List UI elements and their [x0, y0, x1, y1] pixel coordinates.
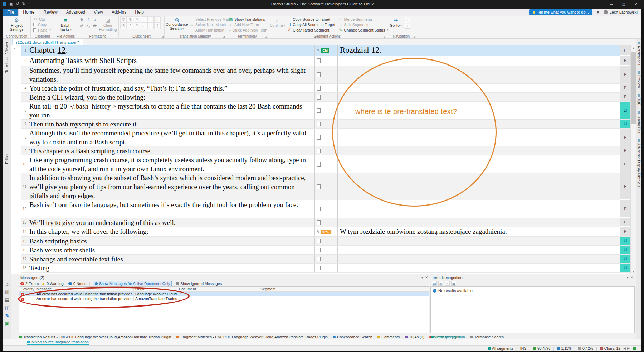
dialog-launcher-icon[interactable]: ◢	[384, 35, 385, 38]
quickinsert-symbol-button[interactable]: –	[147, 16, 154, 23]
segment-row[interactable]: 7Then run bash myscript.sh to execute it…	[21, 120, 630, 129]
format-bold-button[interactable]: b	[79, 16, 85, 22]
segment-target[interactable]: Rozdział 12.	[338, 45, 620, 56]
segment-target[interactable]	[338, 200, 620, 218]
segment-source[interactable]: You reach the point of frustration, and …	[28, 84, 315, 92]
add-new-term-button[interactable]: +Add New Term	[228, 22, 267, 27]
segment-source[interactable]: Bash versus other shells	[28, 246, 315, 254]
reports-icon[interactable]: ◫	[5, 305, 9, 311]
collapse-chevron-icon[interactable]: ›	[14, 46, 15, 50]
segment-row[interactable]: 3Sometimes, you’ll find yourself repeati…	[21, 66, 630, 84]
segment-status-cell[interactable]: ✎92%	[315, 227, 338, 236]
previous-segment-button[interactable]: ↑	[405, 18, 410, 23]
segment-target[interactable]	[338, 237, 620, 245]
project-settings-button[interactable]: ⚙ Project Settings	[6, 16, 28, 33]
column-document[interactable]: Document	[177, 287, 259, 291]
format-italic-button[interactable]: i	[85, 16, 91, 22]
quickinsert-symbol-button[interactable]: £	[127, 23, 133, 29]
segment-source[interactable]: Being a CLI wizard, you do the following…	[28, 93, 315, 101]
format-superscript-button[interactable]: x²	[79, 23, 85, 28]
quickinsert-symbol-button[interactable]: ¥	[134, 23, 140, 29]
segment-status-cell[interactable]	[315, 56, 338, 66]
right-rail-tqe[interactable]: TQE	[637, 94, 641, 106]
segment-status-cell[interactable]	[315, 218, 338, 227]
bottom-tab-comments[interactable]: Comments	[377, 335, 400, 339]
quickinsert-symbol-button[interactable]: §	[154, 16, 161, 23]
bottom-tab-concordance-search[interactable]: Concordance Search	[333, 335, 372, 339]
dialog-launcher-icon[interactable]: ◢	[265, 35, 267, 38]
previous-page-icon[interactable]: ◀	[623, 347, 626, 350]
segment-row[interactable]: 8Although this isn’t the recommended pro…	[21, 129, 630, 146]
term-list-icon[interactable]: ▥	[438, 281, 443, 286]
segment-source[interactable]: Although this isn’t the recommended proc…	[28, 129, 315, 146]
bottom-tab-term-recognition[interactable]: Term Recognition	[431, 335, 465, 339]
segment-status-cell[interactable]: ✎CM	[315, 45, 338, 56]
termbase-viewer-flyout[interactable]: Termbase Viewer	[5, 42, 9, 73]
dialog-launcher-icon[interactable]: ◢	[162, 35, 164, 38]
quickinsert-symbol-button[interactable]: ®	[127, 16, 133, 23]
segment-row[interactable]: 16Bash versus other shellsLI	[21, 246, 630, 255]
segment-source[interactable]: Like any programming crash course, it is…	[28, 155, 315, 173]
segment-row[interactable]: 17Shebangs and executable text filesLI	[21, 255, 630, 264]
bottom-tab-translation-results-engpol-language-weav[interactable]: Translation Results - ENGPOL.Language We…	[19, 335, 171, 339]
segment-row[interactable]: 11In addition to showing you the subset …	[21, 173, 630, 200]
close-icon[interactable]: ✕	[630, 276, 633, 279]
copy-button[interactable]: Copy	[32, 22, 53, 27]
files-icon[interactable]: ▤	[5, 297, 9, 303]
segment-row[interactable]: 18TestingLI	[21, 264, 630, 273]
maximize-button[interactable]: □	[618, 0, 630, 9]
split-segments-button[interactable]: ∩Split Segments	[337, 22, 390, 27]
clear-target-segment-button[interactable]: ✗Clear Target Segment	[286, 27, 336, 33]
right-rail-advanced-display-filter-2-0[interactable]: Advanced Display Filter 2.0	[637, 139, 641, 187]
segment-source[interactable]: Bash isn’t our favorite language, but so…	[28, 200, 315, 218]
segment-target[interactable]	[338, 255, 620, 263]
segment-status-cell[interactable]	[315, 264, 338, 272]
segment-source[interactable]: Then run bash myscript.sh to execute it.	[28, 120, 315, 128]
segment-status-cell[interactable]	[315, 155, 338, 173]
format-underline-button[interactable]: u	[92, 16, 98, 22]
right-rail-notifications[interactable]: Notifications	[637, 42, 641, 65]
bottom-tab-tqas-0-[interactable]: TQAs (0)	[405, 335, 424, 339]
tab-view[interactable]: View	[89, 9, 107, 16]
quickinsert-symbol-button[interactable]: …	[141, 23, 147, 29]
pin-icon[interactable]: ▾	[421, 276, 423, 279]
show-active-document-only-toggle[interactable]: Show Messages for Active Document Only	[93, 281, 172, 286]
editor-pencil-icon[interactable]: ✎	[5, 313, 9, 319]
show-translations-button[interactable]: ▦Show Translations	[228, 16, 267, 22]
go-to-button[interactable]: ↦ Go To▾	[388, 16, 404, 33]
tab-advanced[interactable]: Advanced	[62, 9, 89, 16]
change-segment-status-button[interactable]: ✎Change Segment Status▾	[337, 27, 390, 33]
segment-status-cell[interactable]	[315, 84, 338, 92]
welcome-home-icon[interactable]: ⌂	[6, 281, 9, 287]
confirm-button[interactable]: ✓ Confirm▾	[270, 16, 285, 33]
dialog-launcher-icon[interactable]: ◢	[223, 35, 225, 38]
segment-target[interactable]	[338, 264, 620, 272]
segment-source[interactable]: In addition to showing you the subset of…	[28, 173, 315, 200]
segment-source[interactable]: Bash scripting basics	[28, 237, 315, 245]
segment-row[interactable]: 15Bash scripting basicsLI	[21, 237, 630, 246]
tell-me-search[interactable]: Tell me what you want to do...	[529, 9, 592, 15]
scroll-down-icon[interactable]: ▼	[631, 269, 636, 274]
projects-icon[interactable]: ▥	[5, 289, 9, 295]
segment-row[interactable]: 5Being a CLI wizard, you do the followin…	[21, 93, 630, 102]
segment-status-cell[interactable]	[315, 246, 338, 254]
bottom-tab-fragment-matches-engpol-language-weaver-[interactable]: Fragment Matches - ENGPOL.Language Weave…	[176, 335, 327, 339]
column-severity[interactable]: Severity	[19, 287, 35, 291]
segment-row[interactable]: 9This chapter is a Bash scripting crash …	[21, 146, 630, 155]
tab-file[interactable]: File	[3, 9, 18, 16]
format-strikethrough-button[interactable]: ab	[92, 23, 98, 28]
status-all-segments[interactable]: All segments	[488, 346, 513, 351]
segment-source[interactable]: Automating Tasks with Shell Scripts	[28, 56, 315, 66]
segment-row[interactable]: 13We’ll try to give you an understanding…	[21, 218, 630, 227]
cut-button[interactable]: ✂Cut	[32, 16, 53, 22]
term-settings-icon[interactable]: ▦	[451, 281, 456, 286]
segment-row[interactable]: 14In this chapter, we will cover the fol…	[21, 227, 630, 237]
right-rail-preview[interactable]: Preview	[637, 71, 641, 88]
scroll-up-icon[interactable]: ▲	[631, 45, 636, 50]
quick-add-new-term-button[interactable]: »Quick Add New Term	[228, 27, 267, 33]
quickinsert-symbol-button[interactable]: ©	[120, 16, 127, 23]
next-segment-button[interactable]: ↓	[405, 24, 410, 29]
segment-target[interactable]	[338, 246, 620, 254]
notifications-bell-icon[interactable]	[596, 10, 600, 14]
segment-source[interactable]: This chapter is a Bash scripting crash c…	[28, 146, 315, 155]
